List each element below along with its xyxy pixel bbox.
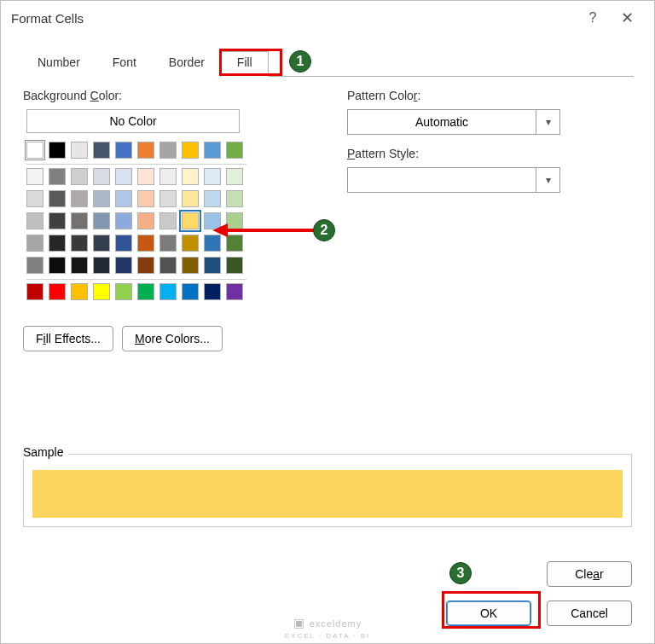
chevron-down-icon: ▾ — [536, 110, 559, 134]
color-swatch[interactable] — [159, 168, 177, 185]
color-swatch[interactable] — [49, 283, 66, 300]
annotation-badge-1: 1 — [289, 50, 311, 73]
format-cells-dialog: Format Cells ? ✕ Number Font Border Fill… — [0, 0, 655, 644]
help-button[interactable]: ? — [576, 10, 610, 26]
pattern-style-combo[interactable]: ▾ — [347, 167, 560, 193]
color-swatch[interactable] — [115, 168, 132, 185]
clear-button[interactable]: Clear — [547, 561, 632, 587]
pattern-color-combo[interactable]: Automatic ▾ — [347, 109, 560, 135]
palette-separator — [26, 164, 246, 165]
color-swatch[interactable] — [49, 212, 66, 229]
color-swatch[interactable] — [159, 142, 177, 159]
color-swatch[interactable] — [204, 257, 221, 274]
color-swatch[interactable] — [93, 212, 110, 229]
color-swatch[interactable] — [49, 168, 66, 185]
pattern-color-label: Pattern Color: — [347, 89, 577, 102]
color-swatch[interactable] — [226, 168, 243, 185]
more-colors-button[interactable]: More Colors... — [122, 326, 223, 351]
color-swatch[interactable] — [26, 283, 43, 300]
dialog-title: Format Cells — [11, 11, 576, 26]
color-swatch[interactable] — [159, 283, 177, 300]
color-swatch[interactable] — [71, 190, 88, 207]
titlebar: Format Cells ? ✕ — [1, 1, 654, 35]
color-swatch[interactable] — [49, 235, 66, 252]
color-swatch[interactable] — [137, 168, 154, 185]
color-swatch[interactable] — [204, 235, 221, 252]
color-swatch[interactable] — [137, 283, 154, 300]
tab-font[interactable]: Font — [96, 51, 153, 77]
color-swatch[interactable] — [226, 142, 243, 159]
chevron-down-icon: ▾ — [536, 168, 559, 192]
color-swatch[interactable] — [71, 168, 88, 185]
color-swatch[interactable] — [49, 257, 66, 274]
pattern-style-label: Pattern Style: — [347, 147, 577, 160]
color-swatch[interactable] — [204, 190, 221, 207]
color-swatch[interactable] — [93, 257, 110, 274]
sample-preview — [32, 470, 623, 518]
color-swatch[interactable] — [71, 142, 88, 159]
color-swatch[interactable] — [115, 283, 132, 300]
color-swatch[interactable] — [182, 190, 199, 207]
color-swatch[interactable] — [182, 212, 199, 229]
color-swatch[interactable] — [137, 190, 154, 207]
color-swatch[interactable] — [137, 235, 154, 252]
color-swatch[interactable] — [182, 283, 199, 300]
tab-number[interactable]: Number — [21, 51, 96, 77]
color-swatch[interactable] — [115, 212, 132, 229]
color-swatch[interactable] — [93, 190, 110, 207]
watermark: ▣ exceldemy EXCEL · DATA · BI — [1, 616, 654, 640]
palette-separator — [26, 279, 246, 280]
color-swatch[interactable] — [26, 190, 43, 207]
color-swatch[interactable] — [26, 212, 43, 229]
color-swatch[interactable] — [182, 168, 199, 185]
close-button[interactable]: ✕ — [610, 9, 644, 27]
tab-border[interactable]: Border — [153, 51, 221, 77]
color-swatch[interactable] — [93, 235, 110, 252]
color-swatch[interactable] — [93, 168, 110, 185]
color-swatch[interactable] — [26, 168, 43, 185]
color-swatch[interactable] — [71, 257, 88, 274]
color-swatch[interactable] — [204, 283, 221, 300]
color-swatch[interactable] — [115, 257, 132, 274]
color-swatch[interactable] — [49, 142, 66, 159]
color-swatch[interactable] — [93, 142, 110, 159]
color-swatch[interactable] — [137, 257, 154, 274]
color-swatch[interactable] — [204, 168, 221, 185]
color-swatch[interactable] — [71, 283, 88, 300]
tab-strip: Number Font Border Fill — [21, 50, 654, 76]
color-swatch[interactable] — [137, 212, 154, 229]
annotation-badge-2: 2 — [313, 219, 335, 241]
color-swatch[interactable] — [159, 235, 177, 252]
color-swatch[interactable] — [204, 142, 221, 159]
background-color-label: Background Color: — [23, 89, 270, 102]
annotation-badge-3: 3 — [449, 562, 472, 584]
color-swatch[interactable] — [71, 235, 88, 252]
fill-effects-button[interactable]: Fill Effects... — [23, 326, 113, 351]
color-swatch[interactable] — [159, 212, 177, 229]
color-swatch[interactable] — [182, 235, 199, 252]
color-swatch[interactable] — [115, 235, 132, 252]
color-swatch[interactable] — [26, 142, 43, 159]
color-swatch[interactable] — [204, 212, 221, 229]
color-swatch[interactable] — [182, 142, 199, 159]
color-swatch[interactable] — [182, 257, 199, 274]
sample-area: Sample — [23, 444, 632, 527]
color-swatch[interactable] — [26, 257, 43, 274]
color-swatch[interactable] — [226, 235, 243, 252]
color-swatch[interactable] — [226, 257, 243, 274]
color-swatch[interactable] — [159, 190, 177, 207]
color-swatch[interactable] — [115, 142, 132, 159]
color-swatch[interactable] — [71, 212, 88, 229]
color-swatch[interactable] — [26, 235, 43, 252]
color-swatch[interactable] — [115, 190, 132, 207]
color-swatch[interactable] — [159, 257, 177, 274]
color-swatch[interactable] — [226, 212, 243, 229]
no-color-button[interactable]: No Color — [26, 109, 240, 133]
color-swatch[interactable] — [93, 283, 110, 300]
color-swatch[interactable] — [137, 142, 154, 159]
color-swatch[interactable] — [49, 190, 66, 207]
sample-label: Sample — [23, 445, 68, 459]
color-swatch[interactable] — [226, 190, 243, 207]
color-swatch[interactable] — [226, 283, 243, 300]
tab-fill[interactable]: Fill — [221, 51, 269, 77]
